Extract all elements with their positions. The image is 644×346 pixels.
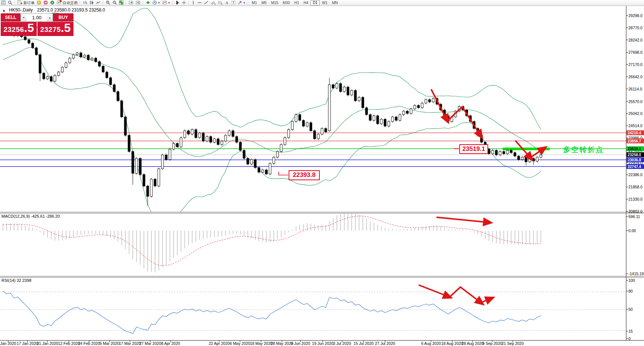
zoom-out-button[interactable]: − [111, 0, 118, 5]
price-axis-tick: 25570.0 [628, 99, 643, 104]
price-axis-tick: 25042.0 [628, 111, 643, 116]
chart-ohlc-values: 23571.0 23580.0 23193.5 23258.0 [37, 7, 105, 13]
data-window-button[interactable] [7, 0, 13, 5]
channel-button[interactable]: E [210, 0, 217, 5]
macd-pane [3, 213, 541, 272]
support-label-connector [279, 172, 288, 175]
price-axis-tick: 26642.0 [628, 75, 643, 79]
text-button[interactable]: A [224, 0, 230, 5]
navigator-button[interactable] [49, 0, 56, 5]
crosshair-icon [182, 0, 186, 6]
volume-increase-button[interactable]: ▲ [47, 14, 53, 21]
candlestick-button[interactable] [88, 0, 95, 5]
buy-price-panel[interactable]: 23275 .5 [37, 22, 73, 36]
timeframe-h4-button[interactable]: H4 [301, 0, 310, 6]
svg-text:F: F [221, 3, 223, 5]
timeframe-m30-button[interactable]: M30 [280, 0, 292, 6]
timeframe-m15-button[interactable]: M15 [269, 0, 280, 6]
auto-scroll-icon [129, 0, 134, 6]
metaeditor-button[interactable] [36, 0, 42, 5]
autotrading-button-label: 自动交易 [63, 0, 78, 6]
dropdown-caret-icon: ▼ [158, 1, 160, 4]
new-order-button[interactable]: 新订单 [16, 0, 36, 5]
timeframe-w1-button[interactable]: W1 [320, 0, 330, 6]
price-axis-tick: 28242.0 [628, 38, 643, 42]
red-annotation-arrow [450, 287, 460, 297]
macd-axis-tick: -1415.19 [628, 271, 644, 276]
zoom-in-button[interactable]: + [105, 0, 111, 5]
resistance-price-label[interactable]: 23519.1 [459, 144, 488, 154]
chart-shift-button[interactable] [135, 0, 142, 5]
bollinger-upper-band [3, 8, 541, 129]
auto-scroll-button[interactable] [128, 0, 135, 5]
fibonacci-button[interactable]: F [217, 0, 224, 5]
rsi-line [3, 291, 541, 333]
volume-stepper: ▼ ▲ [20, 13, 53, 22]
horizontal-line-button[interactable] [196, 0, 203, 5]
trading-terminal: { "toolbar": { "groups": [ {"items": [{"… [0, 0, 644, 346]
timeframe-mn-button[interactable]: MN [330, 0, 340, 6]
bar-chart-button[interactable] [82, 0, 88, 5]
one-click-trading-panel: SELL ▼ ▲ BUY 23256 .5 23275 .5 [1, 13, 73, 36]
periods-icon [152, 0, 157, 6]
macd-signal-line [3, 216, 541, 266]
turning-point-annotation[interactable]: 多空转折点 [563, 145, 604, 155]
line-chart-button[interactable] [95, 0, 102, 5]
templates-button[interactable]: ▼ [161, 0, 171, 5]
vertical-line-button[interactable] [190, 0, 196, 5]
indicators-icon [146, 0, 150, 6]
price-axis-tick: 21858.0 [628, 185, 643, 189]
timeframe-h1-button[interactable]: H1 [292, 0, 302, 6]
rsi-pane [0, 291, 626, 333]
red-annotation-arrow [431, 90, 447, 121]
sell-price-main: 23256 [3, 26, 24, 34]
svg-text:T: T [232, 1, 234, 4]
rsi-axis-tick: 100 [628, 278, 635, 283]
arrows-button[interactable]: ▼ [237, 0, 247, 5]
svg-text:+: + [107, 1, 108, 3]
indicators-button[interactable] [145, 0, 151, 5]
market-watch-icon [43, 0, 48, 6]
cursor-button[interactable] [174, 0, 181, 5]
price-axis-tick: 22386.0 [628, 172, 643, 177]
timeframe-m5-button[interactable]: M5 [259, 0, 269, 6]
toolbar-separator [103, 1, 104, 5]
sell-price-panel[interactable]: 23256 .5 [1, 22, 37, 36]
macd-axis-tick: 0.00 [628, 228, 636, 233]
toolbar-separator [126, 1, 126, 5]
price-axis-tick: 26114.0 [628, 87, 642, 91]
volume-input[interactable] [27, 14, 47, 21]
vline-icon [191, 0, 195, 6]
sell-button[interactable]: SELL [1, 13, 20, 22]
buy-price-main: 23275 [40, 26, 60, 34]
volume-decrease-button[interactable]: ▼ [21, 14, 27, 21]
toolbar-separator [188, 1, 189, 5]
new-order-button-label: 新订单 [23, 0, 34, 6]
chart-canvas[interactable] [0, 0, 644, 346]
periods-button[interactable]: ▼ [151, 0, 161, 5]
toolbar-separator [248, 1, 249, 5]
top-toolbar: 新订单自动交易+−▼▼EFAT▼M1M5M15M30H1H4D1W1MN [0, 0, 644, 6]
price-axis-tick: 27698.0 [628, 50, 643, 55]
label-icon: T [231, 0, 236, 6]
price-tag: 23519.1 [627, 146, 644, 151]
chart-window-icon [1, 0, 6, 6]
support-price-label[interactable]: 22393.8 [289, 170, 320, 180]
text-label-button[interactable]: T [230, 0, 237, 5]
timeframe-m1-button[interactable]: M1 [250, 0, 259, 6]
candlestick-icon [89, 0, 94, 6]
rsi-axis-tick: 15 [628, 329, 633, 333]
chart-window-button[interactable] [0, 0, 7, 5]
buy-button[interactable]: BUY [53, 13, 73, 22]
timeframe-d1-button[interactable]: D1 [310, 0, 320, 6]
price-tag: 23258.0 [627, 152, 644, 157]
shapes-icon [238, 0, 242, 6]
market-watch-button[interactable] [42, 0, 49, 5]
autotrading-button[interactable]: 自动交易 [56, 0, 79, 5]
trendline-button[interactable] [203, 0, 210, 5]
svg-text:A: A [225, 0, 228, 5]
price-tag: 24210.4 [627, 131, 644, 135]
crosshair-button[interactable] [181, 0, 187, 5]
collapse-trade-panel-icon[interactable]: ▲ [2, 9, 6, 12]
tile-windows-button[interactable] [118, 0, 125, 5]
